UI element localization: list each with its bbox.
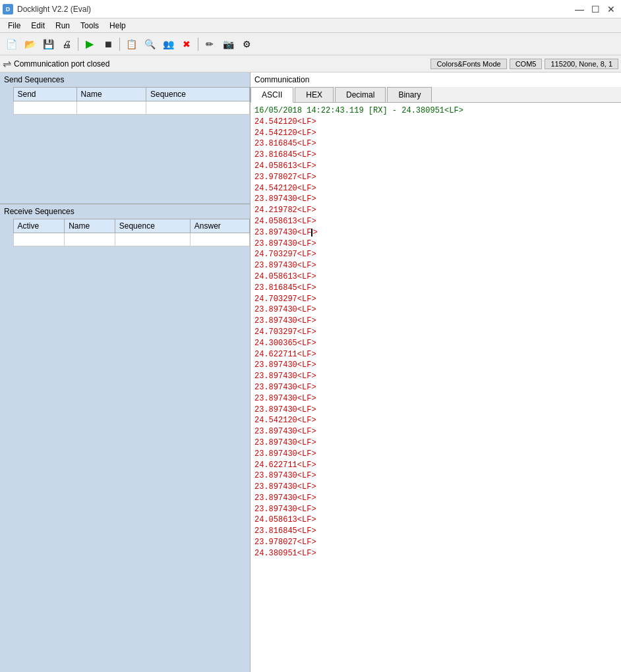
menu-help[interactable]: Help (104, 20, 131, 32)
comm-data-line: 23.897430<LF> (254, 194, 617, 205)
comm-data-line: 24.703297<LF> (254, 294, 617, 305)
menu-run[interactable]: Run (50, 20, 75, 32)
comm-data-line: 23.897430<LF> (254, 360, 617, 371)
receive-sequences-section: Receive Sequences Active Name Sequence A… (0, 204, 250, 672)
comm-data-line: 24.058613<LF> (254, 271, 617, 283)
send-row-send[interactable] (13, 101, 76, 115)
comm-data-line: 23.816845<LF> (254, 138, 617, 150)
tab-decimal[interactable]: Decimal (335, 87, 386, 102)
comm-data-line: 23.897430<LF> (254, 371, 617, 382)
delete-button[interactable]: ✖ (178, 36, 195, 53)
menu-bar: File Edit Run Tools Help (0, 18, 621, 33)
communication-output[interactable]: 16/05/2018 14:22:43.119 [RX] - 24.380951… (251, 103, 621, 672)
receive-col-active: Active (13, 219, 65, 233)
comm-data-line: 24.300365<LF> (254, 338, 617, 349)
maximize-button[interactable]: ☐ (588, 2, 603, 16)
toolbar-sep-1 (78, 38, 78, 51)
comm-data-line: 23.897430<LF> (254, 382, 617, 393)
comm-data-line: 23.816845<LF> (254, 526, 617, 537)
edit-button[interactable]: ✏ (201, 36, 218, 53)
send-sequences-table: Send Name Sequence (0, 87, 250, 115)
contacts-button[interactable]: 👥 (160, 36, 177, 53)
comm-data-line: 23.897430<LF> (254, 405, 617, 416)
comm-data-line: 23.897430<LF> (254, 437, 617, 449)
receive-col-icon (0, 219, 13, 233)
comm-data-line: 23.897430<LF> (254, 316, 617, 327)
title-bar-controls: — ☐ ✕ (572, 2, 618, 16)
comm-data-line: 23.897430<LF> (254, 426, 617, 437)
tab-binary[interactable]: Binary (387, 87, 432, 102)
receive-row-answer[interactable] (190, 233, 249, 246)
send-sequences-section: Send Sequences Send Name Sequence (0, 72, 250, 204)
send-col-icon (0, 88, 13, 101)
comm-data-line: 24.542120<LF> (254, 415, 617, 426)
menu-tools[interactable]: Tools (75, 20, 104, 32)
right-panel: Communication ASCII HEX Decimal Binary 1… (251, 72, 621, 672)
comm-data-line: 23.897430<LF> (254, 227, 617, 238)
title-bar-left: D Docklight V2.2 (Eval) (3, 4, 91, 14)
baud-badge: 115200, None, 8, 1 (545, 59, 618, 69)
toolbar-sep-3 (198, 38, 198, 51)
toolbar-sep-2 (119, 38, 120, 51)
print-button[interactable]: 🖨 (58, 36, 75, 53)
send-col-send: Send (13, 88, 76, 101)
comm-data-line: 24.703297<LF> (254, 249, 617, 260)
comm-data-line: 24.058613<LF> (254, 515, 617, 526)
tab-ascii[interactable]: ASCII (251, 87, 293, 103)
tab-hex[interactable]: HEX (295, 87, 334, 102)
open-button[interactable]: 📂 (21, 36, 38, 53)
communication-title: Communication (251, 72, 621, 87)
save-button[interactable]: 💾 (40, 36, 57, 53)
comm-data-line: 23.897430<LF> (254, 482, 617, 493)
comm-data-line: 23.897430<LF> (254, 238, 617, 250)
receive-sequences-title: Receive Sequences (0, 204, 250, 219)
mode-badge: Colors&Fonts Mode (430, 59, 506, 69)
toolbar: 📄 📂 💾 🖨 ▶ ⏹ 📋 🔍 👥 ✖ ✏ 📷 ⚙ (0, 33, 621, 55)
comm-data-line: 23.816845<LF> (254, 150, 617, 161)
receive-row-empty (0, 233, 250, 246)
minimize-button[interactable]: — (572, 2, 587, 16)
port-status: Communication port closed (14, 59, 428, 69)
comm-data-line: 24.058613<LF> (254, 216, 617, 227)
status-bar: ⇌ Communication port closed Colors&Fonts… (0, 55, 621, 72)
comm-data-line: 23.816845<LF> (254, 283, 617, 294)
main-content: Send Sequences Send Name Sequence (0, 72, 621, 672)
comm-data-line: 24.219782<LF> (254, 205, 617, 216)
comm-data-line: 23.897430<LF> (254, 304, 617, 316)
sequences-button[interactable]: 📋 (123, 36, 140, 53)
receive-col-name: Name (65, 219, 115, 233)
close-button[interactable]: ✕ (604, 2, 618, 16)
comm-data-line: 23.897430<LF> (254, 260, 617, 271)
menu-edit[interactable]: Edit (26, 20, 50, 32)
send-row-sequence[interactable] (146, 101, 249, 115)
new-button[interactable]: 📄 (3, 36, 20, 53)
comm-data-line: 23.897430<LF> (254, 504, 617, 515)
comm-data-line: 24.542120<LF> (254, 183, 617, 194)
receive-row-sequence[interactable] (115, 233, 190, 246)
comm-data-line: 24.703297<LF> (254, 327, 617, 338)
comm-data-line: 24.542120<LF> (254, 128, 617, 139)
comm-header-line: 16/05/2018 14:22:43.119 [RX] - 24.380951… (254, 106, 463, 115)
send-row-name[interactable] (76, 101, 146, 115)
comm-data-line: 24.622711<LF> (254, 349, 617, 360)
search-button[interactable]: 🔍 (141, 36, 158, 53)
send-row-empty (0, 101, 250, 115)
receive-sequences-table: Active Name Sequence Answer (0, 219, 250, 246)
receive-row-name[interactable] (65, 233, 115, 246)
receive-row-active[interactable] (13, 233, 65, 246)
port-badge: COM5 (510, 59, 543, 69)
comm-data-line: 23.978027<LF> (254, 537, 617, 548)
capture-button[interactable]: 📷 (220, 36, 237, 53)
window-title: Docklight V2.2 (Eval) (17, 5, 91, 14)
send-col-sequence: Sequence (146, 88, 249, 101)
receive-col-sequence: Sequence (115, 219, 190, 233)
menu-file[interactable]: File (3, 20, 26, 32)
receive-row-icon (0, 233, 13, 246)
stop-button[interactable]: ⏹ (100, 36, 117, 53)
settings-button[interactable]: ⚙ (238, 36, 255, 53)
send-sequences-title: Send Sequences (0, 72, 250, 87)
communication-tabs: ASCII HEX Decimal Binary (251, 87, 621, 103)
run-button[interactable]: ▶ (81, 36, 98, 53)
comm-data-line: 24.622711<LF> (254, 460, 617, 471)
send-row-icon (0, 101, 13, 115)
